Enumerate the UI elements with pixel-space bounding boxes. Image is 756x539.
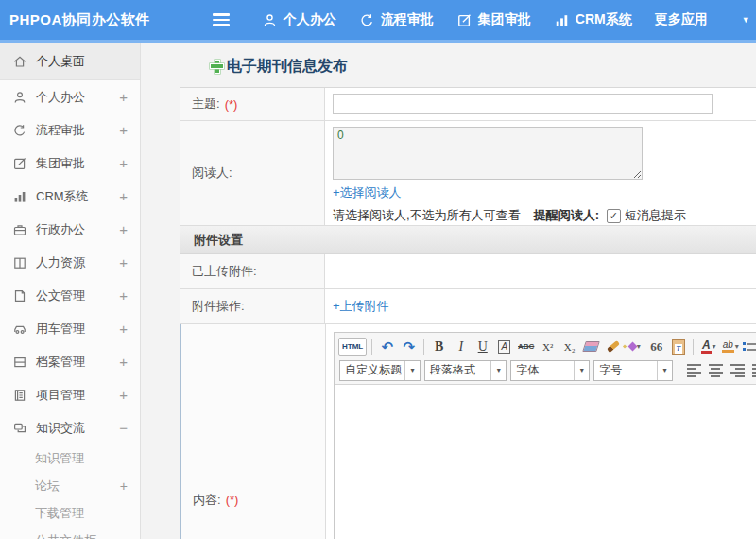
font-color-button[interactable]: A▾ [698,337,718,356]
chevron-down-icon: ▾ [490,361,506,380]
expand-toggle[interactable]: + [119,321,128,337]
expand-toggle[interactable]: + [119,89,128,105]
subject-input[interactable] [333,94,713,114]
sidebar-item-crm[interactable]: CRM系统 + [0,180,140,213]
html-source-button[interactable]: HTML [338,338,367,356]
highlight-color-button[interactable]: ab▾ [720,337,740,356]
readers-label: 阅读人: [180,121,325,225]
sidebar-item-group-approval[interactable]: 集团审批 + [0,147,140,180]
sidebar-subitem-download-mgmt[interactable]: 下载管理 [0,499,140,527]
align-right-icon [730,364,745,377]
font-size-select[interactable]: 字号 ▾ [593,360,673,381]
app-logo: PHPOA协同办公软件 [0,11,160,29]
sidebar-item-label: 知识交流 [36,420,85,437]
sidebar-item-personal-office[interactable]: 个人办公 + [0,80,140,113]
align-right-button[interactable] [728,360,747,380]
chevron-down-icon: ▾ [713,342,716,351]
nav-label: 个人办公 [284,11,336,28]
sidebar-item-label: 个人桌面 [36,53,85,70]
align-justify-button[interactable] [749,360,756,380]
expand-toggle[interactable]: + [119,387,128,403]
sidebar-item-admin-office[interactable]: 行政办公 + [0,213,140,246]
underline-button[interactable]: U [472,337,492,356]
nav-group-approval[interactable]: 集团审批 [456,11,531,28]
chat-bubbles-icon [12,421,27,436]
upload-attachment-link[interactable]: +上传附件 [333,298,389,315]
sidebar-item-archive-mgmt[interactable]: 档案管理 + [0,345,140,378]
paragraph-format-select[interactable]: 段落格式 ▾ [424,360,507,381]
sidebar-subitem-public-file-cabinet[interactable]: 公共文件柜 [0,527,140,539]
archive-icon [12,355,27,370]
sms-checkbox[interactable]: ✓ [607,209,621,223]
chevron-down-icon: ▾ [574,361,589,380]
sidebar-subitem-label: 下载管理 [35,505,84,522]
editor-content-area[interactable] [335,385,756,539]
sidebar-subitem-knowledge-mgmt[interactable]: 知识管理 [0,444,140,472]
align-center-icon [709,364,723,377]
add-plus-icon [211,61,223,73]
top-header-bar: PHPOA协同办公软件 个人办公 流程审批 集团审批 CRM系统 [0,0,756,40]
attachment-operation-label: 附件操作: [180,289,325,323]
blockquote-button[interactable]: 66 [646,337,666,356]
strikethrough-button[interactable]: ABC [516,337,536,356]
sidebar: 个人桌面 个人办公 + 流程审批 + 集团审批 + [0,43,141,539]
chevron-down-icon: ▾ [404,361,420,380]
nav-label: CRM系统 [576,11,632,28]
sidebar-item-hr[interactable]: 人力资源 + [0,246,140,279]
required-mark: (*) [225,97,238,112]
hamburger-menu-icon[interactable] [213,13,230,26]
collapse-toggle[interactable]: − [119,420,128,436]
chevron-down-icon[interactable]: ▼ [742,15,750,25]
italic-button[interactable]: I [451,337,471,356]
format-brush-button[interactable] [603,337,623,356]
bold-button[interactable]: B [429,337,449,356]
sidebar-item-project-mgmt[interactable]: 项目管理 + [0,378,140,411]
edit-icon [12,156,27,171]
brush-icon [607,340,620,353]
readers-textarea[interactable]: 0 [333,127,643,180]
nav-process-approval[interactable]: 流程审批 [359,11,434,28]
heading-select[interactable]: 自定义标题 ▾ [339,360,421,381]
expand-toggle[interactable]: + [119,221,128,237]
expand-toggle[interactable]: + [119,354,128,370]
font-family-select[interactable]: 字体 ▾ [510,360,590,381]
subscript-button[interactable]: X₂ [559,337,579,356]
car-icon [12,322,27,337]
home-icon [12,54,27,69]
nav-personal-office[interactable]: 个人办公 [262,11,336,28]
redo-button[interactable]: ↷ [399,337,419,356]
expand-toggle[interactable]: + [120,478,128,494]
nav-more-apps[interactable]: 更多应用 [655,11,708,28]
sidebar-item-vehicle-mgmt[interactable]: 用车管理 + [0,312,140,345]
toolbar-separator [423,339,424,355]
expand-toggle[interactable]: + [119,155,128,171]
editor-toolbar-row-1: HTML ↶ ↷ B I U A ABC X² [337,335,756,358]
autotypeset-button[interactable]: ▾ [625,337,644,356]
table-row-content: 内容: (*) HTML ↶ ↷ B [180,324,756,539]
align-left-button[interactable] [684,360,704,380]
expand-toggle[interactable]: + [119,287,128,304]
undo-button[interactable]: ↶ [377,337,397,356]
superscript-button[interactable]: X² [538,337,558,356]
ordered-list-button[interactable]: ▾ [742,337,756,356]
expand-toggle[interactable]: + [119,188,128,204]
eraser-button[interactable] [581,337,601,356]
font-style-button[interactable]: A [494,337,514,356]
sidebar-item-document-mgmt[interactable]: 公文管理 + [0,279,140,312]
expand-toggle[interactable]: + [119,122,128,138]
align-center-button[interactable] [706,360,726,380]
sidebar-item-process-approval[interactable]: 流程审批 + [0,113,140,147]
paste-as-text-button[interactable]: T [668,337,688,356]
clipboard-icon: T [672,339,685,355]
nav-crm-system[interactable]: CRM系统 [554,11,632,28]
required-mark: (*) [226,493,239,507]
expand-toggle[interactable]: + [119,254,128,270]
sidebar-item-knowledge-exchange[interactable]: 知识交流 − [0,411,140,444]
sidebar-item-label: 行政办公 [36,221,85,238]
ordered-list-icon [743,342,756,351]
bar-chart-icon [12,189,27,204]
select-readers-link[interactable]: +选择阅读人 [333,184,402,201]
sidebar-subitem-forum[interactable]: 论坛 + [0,472,140,499]
sidebar-item-personal-desktop[interactable]: 个人桌面 [0,43,140,80]
readers-hint-line: 请选择阅读人,不选为所有人可查看 提醒阅读人: ✓ 短消息提示 [333,207,756,224]
